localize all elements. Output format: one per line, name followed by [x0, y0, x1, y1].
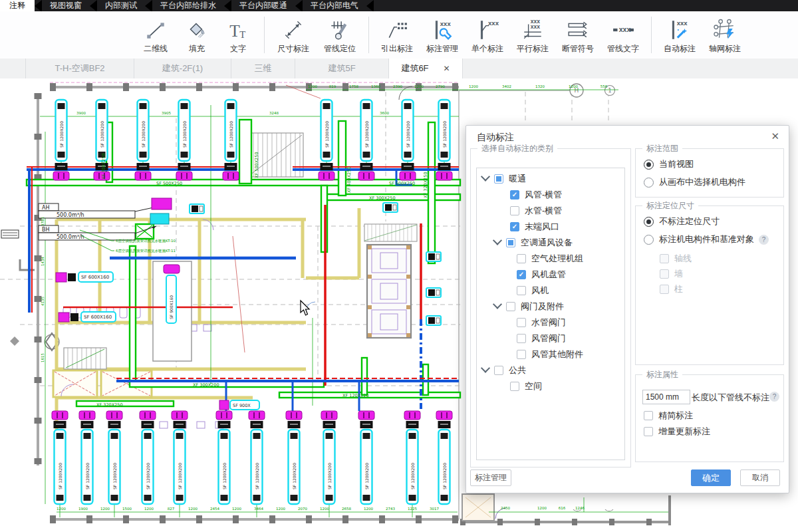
tool-2d-line[interactable]: 二维线 [135, 11, 176, 59]
svg-text:SF 600X160: SF 600X160 [84, 315, 112, 320]
tree-row[interactable]: 末端风口 [477, 219, 624, 235]
checkbox-partial[interactable] [506, 238, 515, 247]
svg-text:SF 500X250: SF 500X250 [156, 181, 182, 186]
chevron-down-icon[interactable] [493, 300, 502, 309]
checkbox-wall[interactable]: 墙 [660, 268, 683, 280]
text-icon: T T [227, 18, 249, 42]
close-tab-icon[interactable]: ✕ [444, 64, 450, 73]
doc-tab-3d[interactable]: 三维 [231, 59, 295, 78]
tree-row[interactable]: 公共 [477, 362, 624, 378]
svg-text:1200: 1200 [57, 507, 66, 511]
checkbox-incremental[interactable]: 增量更新标注 [644, 426, 710, 438]
chevron-down-icon[interactable] [481, 364, 490, 373]
checkbox[interactable] [517, 334, 526, 343]
pipe-text-icon: xxx [612, 18, 634, 42]
doc-tab-2f[interactable]: 建筑-2F(1) [134, 59, 231, 78]
tool-grid-annotate[interactable]: 轴网标注 [702, 11, 747, 59]
ribbon-tab-internal-test[interactable]: 内部测试 [97, 0, 145, 11]
checkbox-simplified[interactable]: 精简标注 [644, 410, 693, 422]
checkbox[interactable] [517, 254, 526, 263]
tree-row[interactable]: 风机盘管 [477, 267, 624, 283]
radio[interactable] [644, 235, 654, 245]
radio-selected[interactable] [644, 160, 654, 170]
tool-parallel-annotate[interactable]: xxx xxx 平行标注 [510, 11, 555, 59]
checkbox[interactable] [517, 318, 526, 327]
doc-tab-6f[interactable]: 建筑6F ✕ [389, 59, 463, 78]
checkbox[interactable] [644, 411, 653, 420]
checkbox[interactable] [510, 382, 519, 391]
tree-row[interactable]: 空调通风设备 [477, 235, 624, 251]
ribbon-tab-viewport[interactable]: 视图视窗 [42, 0, 90, 11]
svg-text:1200: 1200 [232, 507, 241, 511]
svg-text:556: 556 [600, 84, 608, 88]
ok-button[interactable]: 确定 [691, 469, 731, 486]
tool-single-annotate[interactable]: xxx 单个标注 [465, 11, 510, 59]
close-icon[interactable]: ✕ [771, 130, 779, 142]
ribbon-tab-annotate[interactable]: 注释 [0, 0, 35, 11]
tool-annotate-manage[interactable]: xxx 标注管理 [420, 11, 465, 59]
tree-row[interactable]: 风管阀门 [477, 331, 624, 346]
tree-row[interactable]: 空间 [477, 378, 624, 394]
svg-text:AH: AH [42, 205, 50, 211]
tool-auto-annotate[interactable]: xxx 自动标注 [657, 11, 702, 59]
radio[interactable] [644, 178, 654, 188]
tree-row[interactable]: 阀门及附件 [477, 299, 624, 315]
tool-fill[interactable]: 填充 [176, 11, 217, 59]
mouse-cursor [301, 301, 309, 315]
tree-row[interactable]: 风管其他附件 [477, 346, 624, 362]
radio-select-from-canvas[interactable]: 从画布中选择机电构件 [644, 176, 745, 188]
tool-text[interactable]: T T 文字 [217, 11, 259, 59]
doc-tab-5f[interactable]: 建筑5F [295, 59, 389, 78]
tree-row[interactable]: 风机 [477, 283, 624, 299]
manage-annotations-button[interactable]: 标注管理 [470, 469, 511, 486]
checkbox[interactable] [517, 286, 526, 295]
help-icon[interactable]: ? [759, 235, 769, 245]
checkbox-axis[interactable]: 轴线 [660, 253, 692, 265]
tree-row[interactable]: 暖通 [477, 171, 624, 187]
svg-text:1320: 1320 [535, 84, 545, 88]
cancel-button[interactable]: 取消 [740, 469, 780, 486]
checkbox[interactable] [517, 350, 526, 359]
checkbox[interactable] [494, 366, 503, 375]
svg-text:XF 300X250: XF 300X250 [369, 196, 396, 201]
chevron-down-icon[interactable] [493, 236, 502, 245]
radio-no-position-dim[interactable]: 不标注定位尺寸 [644, 215, 720, 227]
help-icon[interactable]: ? [769, 392, 779, 402]
svg-text:xxx: xxx [619, 25, 631, 33]
chevron-down-icon[interactable] [481, 172, 490, 182]
svg-text:1200: 1200 [469, 84, 478, 88]
length-threshold-input[interactable] [642, 390, 690, 404]
tree-row[interactable]: 空气处理机组 [477, 251, 624, 267]
checkbox-checked[interactable] [517, 270, 526, 279]
checkbox-checked[interactable] [510, 222, 519, 231]
tool-pipe-text[interactable]: xxx 管线文字 [600, 11, 646, 59]
svg-text:BH: BH [42, 227, 50, 233]
svg-text:XF 300X250: XF 300X250 [101, 153, 106, 180]
tree-row[interactable]: 水管-横管 [477, 203, 624, 219]
checkbox-partial[interactable] [494, 174, 503, 184]
checkbox[interactable] [506, 302, 515, 311]
doc-tab-t-h[interactable]: T-H-空调BF2 [25, 59, 134, 78]
tool-pipe-locate[interactable]: 管线定位 [317, 11, 363, 59]
tool-leader-annotate[interactable]: 引出标注 [374, 11, 420, 59]
checkbox[interactable] [510, 206, 519, 215]
category-group: 选择自动标注的类别 暖通 风管-横管 水管-横管 末端风口 空调通风设备 空气处… [470, 148, 631, 467]
checkbox-checked[interactable] [510, 190, 519, 200]
ribbon-tab-hvac[interactable]: 平台内部暖通 [231, 0, 295, 11]
tool-dimension[interactable]: 尺寸标注 [270, 11, 317, 59]
ribbon-tab-electrical[interactable]: 平台内部电气 [303, 0, 366, 11]
checkbox-column[interactable]: 柱 [660, 283, 683, 295]
toolbar: 二维线 填充 T T 文字 [0, 11, 798, 59]
radio-selected[interactable] [644, 217, 654, 227]
tool-pipe-break[interactable]: 断管符号 [555, 11, 600, 59]
dimension-icon [282, 18, 305, 42]
radio-current-view[interactable]: 当前视图 [644, 158, 694, 170]
grid-annotate-icon [714, 18, 736, 42]
svg-text:1200: 1200 [364, 507, 373, 511]
checkbox[interactable] [644, 427, 653, 436]
radio-annotate-mep-datum[interactable]: 标注机电构件和基准对象 ? [644, 233, 769, 245]
tree-row[interactable]: 水管阀门 [477, 315, 624, 331]
svg-text:T: T [239, 29, 245, 40]
tree-row[interactable]: 风管-横管 [477, 187, 624, 203]
ribbon-tab-plumbing[interactable]: 平台内部给排水 [152, 0, 224, 11]
